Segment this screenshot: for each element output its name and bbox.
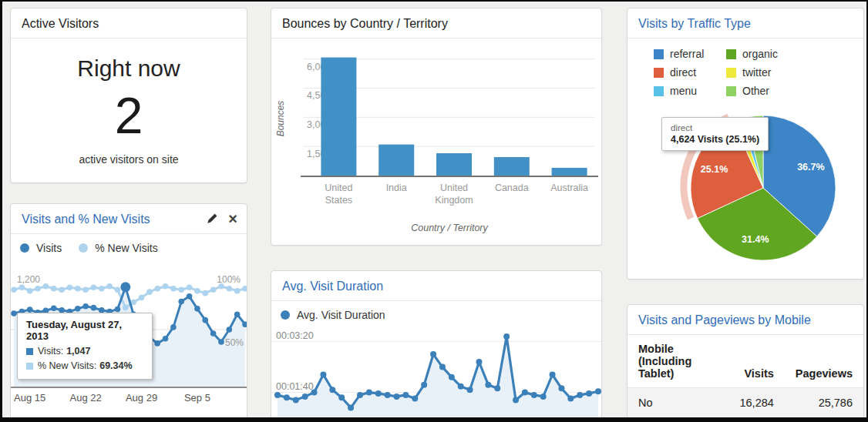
data-point[interactable]: [586, 390, 592, 397]
data-point[interactable]: [19, 284, 25, 290]
data-point[interactable]: [210, 286, 217, 293]
data-point[interactable]: [99, 286, 105, 292]
data-point[interactable]: [449, 374, 455, 380]
data-point[interactable]: [375, 390, 382, 397]
data-point[interactable]: [485, 382, 491, 388]
data-point[interactable]: [242, 286, 247, 292]
data-point[interactable]: [115, 286, 121, 293]
data-point[interactable]: [202, 290, 208, 296]
bar-india[interactable]: [378, 145, 414, 176]
edit-pencil-icon[interactable]: [200, 212, 225, 225]
data-point[interactable]: [59, 286, 65, 293]
data-point[interactable]: [115, 306, 121, 312]
data-point[interactable]: [284, 394, 290, 400]
data-point[interactable]: [338, 394, 345, 400]
data-point[interactable]: [154, 340, 160, 347]
data-point[interactable]: [366, 390, 372, 396]
data-point[interactable]: [329, 387, 335, 393]
data-point[interactable]: [550, 372, 556, 378]
traffic-type-title[interactable]: Visits by Traffic Type: [627, 8, 863, 39]
data-point[interactable]: [75, 306, 81, 312]
data-point[interactable]: [439, 364, 446, 370]
data-point[interactable]: [51, 305, 57, 311]
data-point[interactable]: [293, 397, 299, 404]
data-point[interactable]: [595, 388, 601, 394]
data-point[interactable]: [458, 383, 464, 390]
data-point[interactable]: [11, 310, 17, 316]
data-point[interactable]: [311, 390, 318, 396]
avg-duration-title[interactable]: Avg. Visit Duration: [271, 271, 601, 301]
data-point[interactable]: [348, 404, 354, 410]
data-point[interactable]: [154, 286, 160, 292]
data-point[interactable]: [163, 336, 169, 342]
data-point[interactable]: [402, 392, 409, 398]
data-point[interactable]: [302, 394, 308, 400]
data-point[interactable]: [558, 385, 564, 391]
data-point[interactable]: [43, 283, 49, 290]
data-point[interactable]: [394, 394, 400, 400]
data-point[interactable]: [178, 286, 184, 293]
data-point[interactable]: [187, 293, 193, 300]
bar-australia[interactable]: [552, 168, 587, 176]
data-point[interactable]: [513, 397, 519, 404]
data-point[interactable]: [59, 307, 65, 313]
data-point[interactable]: [35, 286, 41, 292]
data-point[interactable]: [210, 330, 217, 337]
data-point[interactable]: [170, 324, 177, 330]
data-point[interactable]: [476, 359, 482, 365]
bar-united-kingdom[interactable]: [436, 153, 472, 176]
data-point[interactable]: [91, 284, 97, 290]
data-point[interactable]: [163, 283, 169, 290]
data-point[interactable]: [170, 286, 177, 292]
data-point[interactable]: [430, 351, 436, 357]
data-point[interactable]: [178, 298, 184, 304]
data-point[interactable]: [234, 311, 241, 317]
data-point[interactable]: [139, 294, 145, 300]
data-point[interactable]: [567, 396, 574, 402]
data-point[interactable]: [187, 284, 193, 290]
close-icon[interactable]: ×: [225, 211, 247, 226]
avg-duration-chart[interactable]: 00:01:4000:03:20: [271, 326, 601, 422]
data-point[interactable]: [522, 390, 528, 396]
data-point[interactable]: [227, 327, 233, 333]
data-point[interactable]: [531, 392, 537, 398]
data-point[interactable]: [106, 283, 113, 290]
data-point[interactable]: [51, 286, 57, 292]
data-point[interactable]: [540, 394, 547, 400]
data-point[interactable]: [202, 316, 208, 323]
data-point[interactable]: [494, 385, 500, 391]
bar-canada[interactable]: [494, 157, 530, 176]
data-point[interactable]: [577, 392, 583, 398]
data-point[interactable]: [11, 286, 17, 293]
mobile-table-title[interactable]: Visits and Pageviews by Mobile: [627, 305, 863, 335]
bounces-chart[interactable]: 1,5003,0004,5006,000UnitedStatesIndiaUni…: [271, 42, 601, 245]
data-point[interactable]: [82, 303, 89, 310]
data-point[interactable]: [218, 339, 224, 345]
data-point[interactable]: [75, 286, 81, 292]
data-point[interactable]: [194, 287, 200, 293]
data-point[interactable]: [320, 372, 326, 378]
data-point[interactable]: [421, 382, 427, 388]
data-point[interactable]: [503, 333, 510, 340]
data-point[interactable]: [27, 287, 33, 293]
data-point[interactable]: [123, 304, 129, 310]
visits-widget-title[interactable]: Visits and % New Visits: [11, 204, 200, 233]
data-point[interactable]: [227, 286, 233, 292]
traffic-pie-chart[interactable]: 36.7%31.4%25.1% direct 4,624 Visits (25.…: [627, 105, 863, 279]
data-point[interactable]: [467, 387, 473, 393]
data-point[interactable]: [91, 304, 97, 310]
data-point[interactable]: [82, 286, 89, 293]
data-point[interactable]: [385, 392, 391, 398]
data-point[interactable]: [194, 306, 200, 312]
visits-chart[interactable]: 1,200 100% 50% Aug 15Aug 22Aug 29Sep 5 T…: [11, 273, 247, 420]
data-point[interactable]: [99, 307, 105, 313]
data-point[interactable]: [27, 306, 33, 313]
data-point[interactable]: [274, 392, 281, 398]
data-point[interactable]: [412, 396, 418, 402]
data-point[interactable]: [67, 284, 73, 290]
bar-united-states[interactable]: [321, 58, 356, 176]
data-point[interactable]: [357, 392, 363, 398]
highlighted-data-point[interactable]: [120, 282, 130, 292]
data-point[interactable]: [234, 287, 241, 293]
data-point[interactable]: [146, 289, 153, 295]
